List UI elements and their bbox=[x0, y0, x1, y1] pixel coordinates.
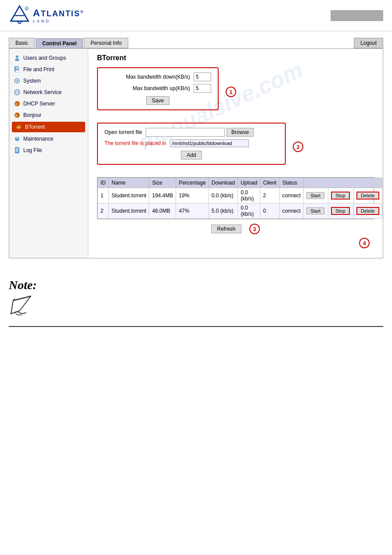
cell-dl-1: 0.0 (kb/s) bbox=[209, 188, 237, 203]
sidebar-label-network-service: Network Service bbox=[23, 89, 61, 95]
torrent-file-box: Open torrent file Browse The torrent fil… bbox=[97, 123, 286, 165]
logo-area: R ATLANTIS® LAND bbox=[9, 4, 84, 26]
cell-client-2: 0 bbox=[260, 203, 280, 219]
sidebar-item-btorrent[interactable]: BT BTorrent bbox=[12, 122, 85, 132]
annotation-3-circle: 3 bbox=[249, 224, 260, 234]
system-icon bbox=[14, 77, 21, 84]
stop-button-1[interactable]: Stop bbox=[331, 192, 350, 200]
bandwidth-up-input[interactable] bbox=[194, 84, 211, 93]
note-content: Note: bbox=[9, 278, 383, 317]
table-row: 2 Student.torrent 48.0MB 47% 5.0 (kb/s) … bbox=[98, 203, 382, 219]
bandwidth-up-label: Max bandwidth up(KB/s) bbox=[104, 85, 190, 91]
logout-button[interactable]: Logout bbox=[354, 38, 383, 48]
note-pencil-icon bbox=[9, 294, 35, 316]
col-download: Download bbox=[209, 178, 237, 188]
col-id: ID bbox=[98, 178, 109, 188]
cell-ul-1: 0.0 (kb/s) bbox=[238, 188, 260, 203]
svg-rect-7 bbox=[15, 70, 19, 73]
sidebar-item-bonjour[interactable]: B Bonjour bbox=[9, 109, 88, 121]
save-button[interactable]: Save bbox=[146, 96, 169, 105]
svg-rect-9 bbox=[16, 69, 18, 69]
sidebar-item-file-print[interactable]: File and Print bbox=[9, 64, 88, 75]
btorrent-icon: BT bbox=[15, 123, 22, 131]
torrent-placed-row: The torrent file is placed in bbox=[104, 139, 278, 147]
stop-button-2[interactable]: Stop bbox=[331, 207, 350, 215]
sidebar-item-logfile[interactable]: Log File bbox=[9, 145, 88, 156]
annotation-4-area: 4 bbox=[97, 238, 370, 248]
sidebar-item-users[interactable]: Users and Groups bbox=[9, 52, 88, 64]
network-icon bbox=[14, 89, 21, 96]
sidebar-label-bonjour: Bonjour bbox=[23, 112, 41, 118]
tab-basic[interactable]: Basic bbox=[9, 38, 35, 48]
sidebar: Users and Groups File and Print System bbox=[9, 49, 88, 258]
sidebar-item-maintenance[interactable]: Maintenance bbox=[9, 133, 88, 145]
svg-point-5 bbox=[15, 58, 19, 61]
sidebar-label-users: Users and Groups bbox=[23, 55, 66, 61]
open-torrent-label: Open torrent file bbox=[104, 129, 142, 135]
start-button-1[interactable]: Start bbox=[306, 192, 324, 199]
annotation-4-circle: 4 bbox=[359, 238, 370, 248]
torrent-table: ID Name Size Percentage Download Upload … bbox=[97, 178, 382, 219]
note-title: Note: bbox=[9, 278, 37, 292]
bandwidth-down-label: Max bandwidth down(KB/s) bbox=[104, 74, 190, 80]
torrent-file-input[interactable] bbox=[146, 128, 225, 137]
header: R ATLANTIS® LAND bbox=[0, 0, 392, 31]
delete-button-2[interactable]: Delete bbox=[356, 207, 379, 215]
svg-line-28 bbox=[11, 301, 13, 314]
sidebar-label-system: System bbox=[23, 78, 41, 84]
cell-stop-2: Stop bbox=[328, 203, 354, 219]
tab-control-panel[interactable]: Control Panel bbox=[36, 38, 83, 48]
add-row: Add bbox=[104, 151, 278, 160]
cell-id-2: 2 bbox=[98, 203, 109, 219]
svg-rect-25 bbox=[16, 150, 18, 151]
bandwidth-up-row: Max bandwidth up(KB/s) bbox=[104, 84, 211, 93]
torrent-path-input[interactable] bbox=[170, 139, 249, 147]
cell-ul-2: 0.0 (kb/s) bbox=[238, 203, 260, 219]
col-actions bbox=[303, 178, 382, 188]
cell-stop-1: Stop bbox=[328, 188, 354, 203]
delete-button-1[interactable]: Delete bbox=[356, 192, 379, 200]
browse-button[interactable]: Browse bbox=[227, 128, 254, 137]
refresh-button[interactable]: Refresh bbox=[211, 225, 241, 233]
col-client: Client bbox=[260, 178, 280, 188]
dhcp-icon: D bbox=[14, 100, 21, 107]
cell-id-1: 1 bbox=[98, 188, 109, 203]
cell-name-2: Student.torrent bbox=[109, 203, 149, 219]
start-button-2[interactable]: Start bbox=[306, 207, 324, 214]
atlantis-logo-icon: R bbox=[9, 4, 31, 26]
cell-delete-2: Delete bbox=[353, 203, 382, 219]
svg-rect-22 bbox=[17, 137, 18, 139]
cell-start-2: Start bbox=[303, 203, 328, 219]
svg-point-11 bbox=[16, 80, 18, 82]
main-wrapper: Basic Control Panel Personal Info Logout… bbox=[0, 31, 392, 265]
sidebar-item-dhcp[interactable]: D DHCP Server bbox=[9, 98, 88, 109]
cell-pct-1: 19% bbox=[176, 188, 209, 203]
svg-text:BT: BT bbox=[17, 126, 21, 129]
page-content: manualsive.com BTorrent Max bandwidth do… bbox=[88, 49, 383, 258]
add-button[interactable]: Add bbox=[181, 151, 201, 160]
sidebar-label-logfile: Log File bbox=[23, 147, 42, 153]
users-icon bbox=[14, 54, 21, 62]
note-section: Note: bbox=[0, 278, 392, 317]
col-upload: Upload bbox=[238, 178, 260, 188]
header-right-box bbox=[331, 10, 383, 21]
logo-text: ATLANTIS® LAND bbox=[33, 7, 84, 23]
nav-tabs: Basic Control Panel Personal Info Logout bbox=[9, 38, 383, 48]
sidebar-item-network-service[interactable]: Network Service bbox=[9, 87, 88, 98]
cell-size-2: 48.0MB bbox=[149, 203, 176, 219]
svg-text:B: B bbox=[15, 114, 18, 117]
svg-point-4 bbox=[16, 55, 18, 58]
bandwidth-section: Max bandwidth down(KB/s) Max bandwidth u… bbox=[97, 67, 374, 116]
sidebar-item-system[interactable]: System bbox=[9, 75, 88, 87]
cell-status-1: connect bbox=[279, 188, 303, 203]
bandwidth-down-input[interactable] bbox=[194, 73, 211, 81]
footer-line bbox=[9, 326, 383, 327]
col-percentage: Percentage bbox=[176, 178, 209, 188]
svg-rect-24 bbox=[16, 149, 18, 149]
table-row: 1 Student.torrent 194.4MB 19% 0.0 (kb/s)… bbox=[98, 188, 382, 203]
cell-client-1: 2 bbox=[260, 188, 280, 203]
tab-personal-info[interactable]: Personal Info bbox=[84, 38, 128, 48]
torrent-table-wrapper: ID Name Size Percentage Download Upload … bbox=[97, 177, 374, 219]
cell-start-1: Start bbox=[303, 188, 328, 203]
page-title: BTorrent bbox=[97, 54, 374, 62]
